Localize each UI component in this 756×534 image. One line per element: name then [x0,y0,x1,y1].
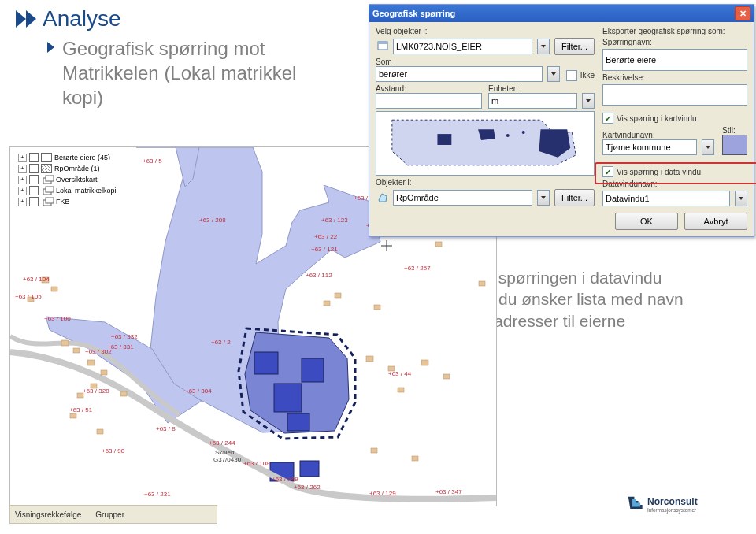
svg-rect-27 [412,456,418,461]
svg-rect-5 [300,461,319,477]
avstand-input[interactable] [376,93,482,109]
svg-rect-21 [366,356,373,362]
svg-rect-28 [435,242,442,247]
dropdown-icon[interactable] [735,191,747,206]
svg-text:+63 / 231: +63 / 231 [144,491,171,498]
svg-text:+63 / 112: +63 / 112 [306,272,332,279]
dropdown-icon[interactable] [582,93,595,109]
svg-rect-7 [51,287,57,291]
layers-panel[interactable]: +Berørte eiere (45) +RpOmråde (1) +Overs… [18,152,117,207]
sporringnavn-input[interactable]: Berørte eiere [602,49,747,71]
velg-objekter-input[interactable]: LMK0723.NOIS_EIER [393,39,532,54]
svg-text:+63 / 44: +63 / 44 [388,370,412,377]
objekter-i-label: Objekter i: [376,178,595,187]
svg-text:G37/0430: G37/0430 [213,456,242,463]
layer-checkbox[interactable] [29,186,39,195]
dialog-titlebar[interactable]: Geografisk spørring ✕ [369,5,754,22]
svg-point-75 [522,131,525,134]
dialog-title: Geografisk spørring [372,9,455,18]
sporringnavn-label: Spørringnavn: [602,38,747,46]
filter-button[interactable]: Filter... [554,189,595,206]
svg-text:Skolen: Skolen [215,449,234,456]
svg-text:+63 / 100: +63 / 100 [44,315,71,322]
velg-objekter-label: Velg objekter i: [376,27,595,35]
cancel-button[interactable]: Avbryt [684,213,747,230]
svg-text:+63 / 347: +63 / 347 [435,488,462,495]
expand-icon[interactable]: + [18,198,27,206]
svg-text:+63 / 2: +63 / 2 [211,339,231,346]
svg-text:+63 / 104: +63 / 104 [23,276,50,283]
svg-text:+63 / 302: +63 / 302 [85,348,112,355]
kartvindunavn-input[interactable]: Tjøme kommune [602,139,697,155]
layer-row[interactable]: +Berørte eiere (45) [18,152,117,163]
objekter-i-input[interactable]: RpOmråde [393,190,532,206]
subtitle-line: Geografisk spørring mot [62,36,296,61]
enheter-input[interactable]: m [488,93,577,109]
layer-swatch-icon [41,164,52,173]
svg-text:+63 / 123: +63 / 123 [321,217,348,224]
svg-rect-16 [70,413,76,418]
expand-icon[interactable]: + [18,165,27,173]
svg-text:+63 / 108: +63 / 108 [243,460,270,467]
layergroup-icon [43,185,54,196]
layer-checkbox[interactable] [29,153,39,162]
dropdown-icon[interactable] [537,190,550,206]
datavindunavn-input[interactable]: Datavindu1 [602,191,730,206]
svg-rect-26 [371,448,377,453]
svg-rect-25 [443,374,450,379]
svg-rect-2 [254,352,278,374]
svg-text:+63 / 332: +63 / 332 [111,333,138,340]
layer-label: Oversiktskart [56,176,98,184]
svg-rect-23 [398,388,404,392]
ok-button[interactable]: OK [615,213,678,230]
style-swatch[interactable] [722,135,747,155]
slide-title: Analyse [16,6,121,32]
svg-rect-1 [302,358,324,382]
close-icon[interactable]: ✕ [735,6,750,20]
layer-row[interactable]: +Oversiktskart [18,174,117,185]
layer-row[interactable]: +RpOmråde (1) [18,163,117,174]
svg-rect-9 [61,340,69,346]
layergroup-icon [43,174,54,185]
som-input[interactable]: berører [376,66,543,82]
avstand-label: Avstand: [376,84,482,93]
svg-rect-15 [120,391,127,396]
svg-rect-18 [335,293,341,298]
svg-rect-12 [101,370,107,375]
svg-point-74 [506,134,510,137]
svg-rect-24 [421,360,428,365]
ikke-checkbox[interactable] [566,70,577,81]
svg-rect-0 [274,384,302,412]
statusbar-vieworder[interactable]: Visningsrekkefølge [15,510,81,519]
layer-row[interactable]: +Lokal matrikkelkopi [18,185,117,196]
svg-rect-10 [73,348,80,353]
layer-label: Berørte eiere (45) [54,154,110,161]
callout-line: og adresser til eierne [471,310,684,332]
dropdown-icon[interactable] [702,139,714,155]
svg-text:+63 / 51: +63 / 51 [69,406,93,413]
layer-checkbox[interactable] [29,164,39,173]
expand-icon[interactable]: + [18,176,27,184]
callout-line: om du ønsker lista med navn [471,288,684,310]
svg-rect-68 [46,187,54,192]
svg-text:+63 / 22: +63 / 22 [314,233,338,240]
layer-row[interactable]: +FKB [18,196,117,207]
beskrivelse-input[interactable] [602,84,747,106]
svg-text:+63 / 304: +63 / 304 [185,388,212,395]
svg-text:+63 / 244: +63 / 244 [209,439,235,447]
dropdown-icon[interactable] [537,39,550,54]
dropdown-icon[interactable] [547,66,560,82]
filter-button[interactable]: Filter... [554,38,595,55]
statusbar-groups[interactable]: Grupper [95,510,124,519]
layer-label: RpOmråde (1) [54,165,100,172]
subtitle-line: Matrikkelen (Lokal matrikkel [62,61,296,85]
expand-icon[interactable]: + [18,154,27,162]
svg-rect-29 [479,281,485,286]
vis-kart-checkbox[interactable]: ✔ [602,113,613,124]
expand-icon[interactable]: + [18,187,27,195]
layer-checkbox[interactable] [29,197,39,206]
som-label: Som [376,57,560,66]
layer-checkbox[interactable] [29,175,39,184]
callout-text: Vis spørringen i datavindu om du ønsker … [471,267,684,332]
query-preview [376,111,595,176]
